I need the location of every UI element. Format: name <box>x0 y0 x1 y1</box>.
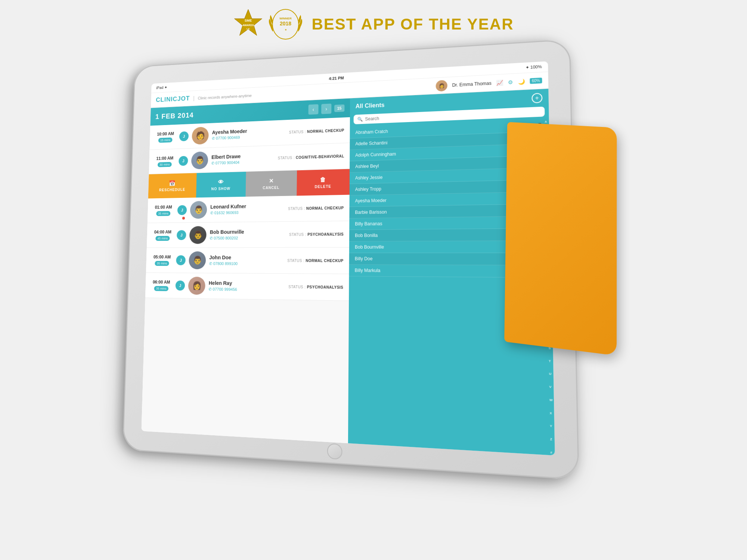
alpha-t[interactable]: T <box>549 360 552 363</box>
today-button[interactable]: 15 <box>334 105 345 112</box>
schedule-navigation: ‹ › 15 <box>308 103 344 115</box>
home-button[interactable] <box>327 443 342 460</box>
red-dot-indicator <box>182 217 185 220</box>
prev-date-button[interactable]: ‹ <box>308 104 318 115</box>
apt-info-4: Bob Bournville ✆ 07500 800202 <box>210 228 285 240</box>
apt-info-1: Ayesha Moeder ✆ 07700 900469 <box>212 127 285 141</box>
appointment-5[interactable]: 05:00 AM 35 mins J 👨 John Doe ✆ 07800 89… <box>146 248 349 274</box>
award-text: BEST APP OF THE YEAR <box>312 15 514 33</box>
apt-type-icon-5: J <box>176 255 186 265</box>
alpha-hash[interactable]: # <box>550 451 554 454</box>
apt-time-3: 01:00 AM 35 mins <box>152 205 174 216</box>
cancel-button[interactable]: ✕ CANCEL <box>245 170 297 196</box>
apt-status-3: STATUS : NORMAL CHECKUP <box>288 206 344 211</box>
main-content: 1 FEB 2014 ‹ › 15 10:00 AM 15 mins <box>142 89 555 455</box>
svg-text:AWARDS: AWARDS <box>242 24 254 27</box>
appointment-4[interactable]: 04:00 AM 45 mins J 👨 Bob Bournville ✆ 07… <box>147 221 349 248</box>
status-time: 4:21 PM <box>329 75 344 81</box>
apt-avatar-5: 👨 <box>189 251 206 269</box>
reschedule-icon: 📅 <box>169 180 176 187</box>
ipad-smart-cover <box>504 122 617 356</box>
no-show-icon: 👁 <box>218 179 224 185</box>
settings-icon: ⚙ <box>508 79 513 85</box>
apt-type-icon-4: J <box>177 230 186 240</box>
apt-status-1: STATUS : NORMAL CHECKUP <box>289 128 344 134</box>
search-icon: 🔍 <box>357 116 363 122</box>
nav-divider: | <box>193 95 195 102</box>
apt-time-4: 04:00 AM 45 mins <box>152 230 174 241</box>
svg-text:WINNER: WINNER <box>279 17 292 20</box>
chart-icon: 📈 <box>496 80 503 86</box>
apt-status-5: STATUS : NORMAL CHECKUP <box>287 258 343 262</box>
status-right: ✦ 100% <box>526 64 542 70</box>
apt-avatar-3: 👨 <box>190 201 207 219</box>
appointment-6[interactable]: 06:00 AM 35 mins J 👩 Helen Ray ✆ 07700 9… <box>145 273 349 301</box>
apt-type-icon-1: J <box>179 131 189 141</box>
moon-icon: 🌙 <box>518 78 525 85</box>
apt-info-3: Leonard Kufner ✆ 01632 960693 <box>210 203 285 215</box>
ipad-device: iPad ✦ 4:21 PM ✦ 100% CLINICJOT | Clinic… <box>112 49 635 534</box>
apt-time-1: 10:00 AM 15 mins <box>155 131 176 143</box>
cancel-label: CANCEL <box>263 186 279 190</box>
apt-avatar-2: 👨 <box>191 152 208 169</box>
sme-badge: SME AWARDS UK <box>233 7 263 41</box>
next-date-button[interactable]: › <box>321 103 331 114</box>
alpha-y[interactable]: Y <box>550 424 553 428</box>
alpha-x[interactable]: X <box>549 411 553 415</box>
svg-text:★: ★ <box>285 28 287 31</box>
ipad-label: iPad ✦ <box>156 85 167 90</box>
schedule-date: 1 FEB 2014 <box>155 111 194 121</box>
alpha-a[interactable]: A <box>545 120 548 124</box>
appointment-3[interactable]: 01:00 AM 35 mins J 👨 Leonard Kufner ✆ 01… <box>148 195 350 223</box>
doctor-avatar: 👩 <box>436 80 447 91</box>
ipad-screen: iPad ✦ 4:21 PM ✦ 100% CLINICJOT | Clinic… <box>142 61 555 455</box>
schedule-panel: 1 FEB 2014 ‹ › 15 10:00 AM 15 mins <box>142 98 350 443</box>
cancel-icon: ✕ <box>269 177 273 184</box>
award-banner: SME AWARDS UK WINNER 2018 ★ BEST APP OF … <box>233 7 514 41</box>
no-show-label: NO SHOW <box>211 186 230 191</box>
apt-time-5: 05:00 AM 35 mins <box>151 255 173 266</box>
apt-info-6: Helen Ray ✆ 07700 999456 <box>208 280 285 292</box>
apt-info-5: John Doe ✆ 07800 899100 <box>209 255 284 267</box>
delete-button[interactable]: 🗑 DELETE <box>297 169 350 196</box>
svg-text:SME: SME <box>245 19 252 22</box>
delete-icon: 🗑 <box>320 176 326 183</box>
svg-marker-0 <box>235 9 262 35</box>
add-client-button[interactable]: + <box>531 93 542 103</box>
svg-text:UK: UK <box>247 28 250 30</box>
apt-type-icon-2: J <box>179 156 188 166</box>
app-logo: CLINICJOT <box>156 95 190 104</box>
reschedule-label: RESCHEDULE <box>159 188 185 192</box>
apt-avatar-1: 🧑 <box>192 127 209 144</box>
nav-right: 👩 Dr. Emma Thomas 📈 ⚙ 🌙 60% <box>436 75 542 91</box>
apt-time-2: 11:00 AM 30 mins <box>154 156 176 167</box>
app-tagline: Clinic records anywhere-anytime <box>198 93 252 100</box>
apt-type-icon-6: J <box>175 280 185 290</box>
alpha-u[interactable]: U <box>549 373 552 376</box>
no-show-button[interactable]: 👁 NO SHOW <box>196 172 246 197</box>
status-left: iPad ✦ <box>156 85 167 90</box>
alpha-w[interactable]: W <box>549 398 553 402</box>
svg-text:2018: 2018 <box>280 21 291 27</box>
alpha-v[interactable]: V <box>549 385 552 389</box>
apt-time-6: 06:00 AM 35 mins <box>151 280 173 291</box>
apt-type-icon-3: J <box>177 205 187 215</box>
clients-title: All Clients <box>356 102 385 110</box>
apt-status-2: STATUS : COGNITIVE-BEHAVIORAL <box>278 154 344 160</box>
apt-info-2: Elbert Drawe ✆ 07700 900404 <box>211 152 275 165</box>
reschedule-button[interactable]: 📅 RESCHEDULE <box>148 173 197 198</box>
laurel-badge: WINNER 2018 ★ <box>267 7 304 41</box>
apt-avatar-4: 👨 <box>189 226 207 244</box>
alpha-z[interactable]: Z <box>550 438 554 441</box>
battery-percentage: 60% <box>530 78 542 84</box>
battery-status: ✦ 100% <box>526 64 542 70</box>
apt-avatar-6: 👩 <box>188 277 205 295</box>
delete-label: DELETE <box>314 184 331 189</box>
apt-status-4: STATUS : PSYCHOANALYSIS <box>289 232 344 237</box>
doctor-name: Dr. Emma Thomas <box>452 80 491 87</box>
apt-status-6: STATUS : PSYCHOANALYSIS <box>288 284 343 289</box>
